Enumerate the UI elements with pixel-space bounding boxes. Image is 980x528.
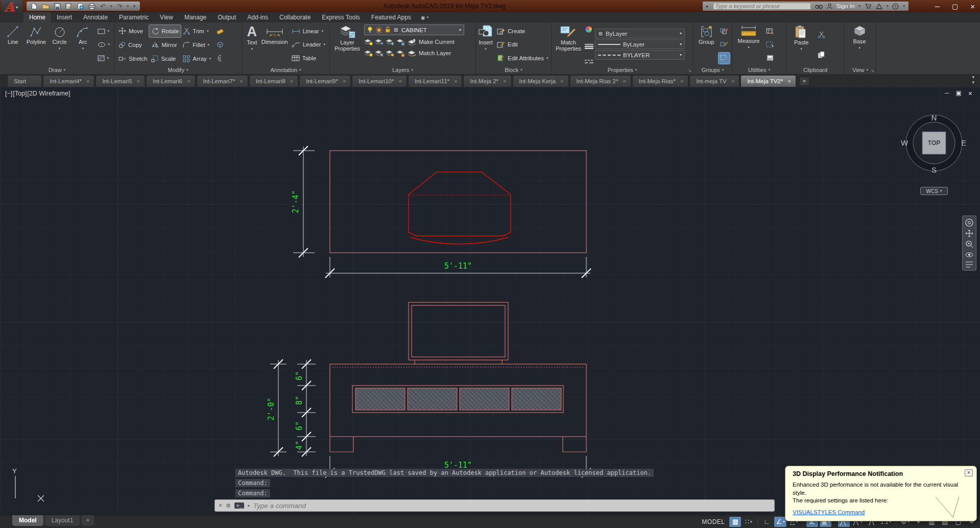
layer-isolate-icon[interactable] xyxy=(375,39,384,45)
model-space-label[interactable]: MODEL xyxy=(702,518,725,525)
hatch-button[interactable]: ▾ xyxy=(95,52,112,64)
new-file-icon[interactable] xyxy=(31,3,37,10)
panel-label-clipboard[interactable]: Clipboard xyxy=(786,65,844,74)
drawing-canvas[interactable]: 2'-4" 5'-11" xyxy=(0,87,980,515)
panel-label-properties[interactable]: Properties▾⇘ xyxy=(552,65,693,74)
pan-icon[interactable] xyxy=(965,229,974,238)
panel-label-draw[interactable]: Draw▾ xyxy=(0,65,114,74)
quick-calculator-button[interactable] xyxy=(764,53,776,64)
table-button[interactable]: Table xyxy=(290,52,327,64)
arc-button[interactable]: Arc▾ xyxy=(72,24,94,65)
file-tab[interactable]: Int-Lemari6× xyxy=(146,75,196,87)
layout1-tab[interactable]: Layout1 xyxy=(45,515,80,526)
sign-in-label[interactable]: Sign In xyxy=(836,3,855,9)
layer-properties-button[interactable]: Layer Properties xyxy=(332,24,363,65)
recent-commands-icon[interactable]: ▾ xyxy=(248,503,250,508)
insert-button[interactable]: Insert▾ xyxy=(478,24,493,65)
erase-button[interactable] xyxy=(214,26,226,37)
ortho-toggle[interactable]: ∟ xyxy=(761,517,773,527)
close-icon[interactable]: × xyxy=(86,78,89,84)
save-as-icon[interactable] xyxy=(65,3,73,10)
snap-toggle[interactable]: ∷▾ xyxy=(743,517,754,527)
copy-clip-button[interactable] xyxy=(816,49,827,60)
tab-featured-apps[interactable]: Featured Apps xyxy=(366,12,417,22)
close-icon[interactable]: × xyxy=(731,78,734,84)
linetype-icon[interactable] xyxy=(585,60,593,64)
rectangle-button[interactable]: ▾ xyxy=(95,25,112,37)
vp-restore-icon[interactable]: ▣ xyxy=(956,89,962,98)
undo-icon[interactable]: ↶ xyxy=(100,3,106,10)
stretch-button[interactable]: Stretch xyxy=(116,53,149,65)
color-wheel-icon[interactable] xyxy=(585,26,592,33)
file-tab[interactable]: Int-Lemari5× xyxy=(95,75,145,87)
tab-home[interactable]: Home xyxy=(23,12,51,22)
command-customize-icon[interactable]: ⚙ xyxy=(226,502,231,509)
viewport-menu-control[interactable]: [−] xyxy=(5,90,12,97)
panel-label-view[interactable]: View▾⇘ xyxy=(845,65,876,74)
vp-minimize-icon[interactable]: ─ xyxy=(945,89,949,98)
help-icon[interactable]: ? xyxy=(892,3,899,10)
layer-dropdown-arrow-icon[interactable]: ▾ xyxy=(459,28,461,32)
autodesk-apps-icon[interactable] xyxy=(876,4,882,9)
close-icon[interactable]: × xyxy=(454,78,457,84)
plot-icon[interactable] xyxy=(88,3,95,10)
lineweight-dropdown[interactable]: ByLayer▾ xyxy=(595,39,685,49)
tab-manage[interactable]: Manage xyxy=(179,12,212,22)
rotate-button[interactable]: Rotate xyxy=(149,25,181,37)
redo-icon[interactable]: ↷ xyxy=(116,3,122,10)
properties-dialog-launcher-icon[interactable]: ⇘ xyxy=(688,68,691,73)
scale-button[interactable]: Scale xyxy=(149,53,181,65)
close-icon[interactable]: × xyxy=(560,78,563,84)
mirror-button[interactable]: Mirror xyxy=(149,39,181,51)
match-properties-button[interactable]: Match Properties xyxy=(554,24,583,65)
file-tab[interactable]: Int-Lemari7*× xyxy=(197,75,248,87)
save-icon[interactable] xyxy=(54,3,61,10)
panel-label-modify[interactable]: Modify▾ xyxy=(114,65,242,74)
grid-toggle[interactable]: ▦ xyxy=(729,517,741,527)
tab-view[interactable]: View xyxy=(154,12,179,22)
close-icon[interactable]: × xyxy=(398,78,401,84)
restore-button[interactable]: ▢ xyxy=(952,3,958,10)
offset-button[interactable] xyxy=(214,53,226,64)
undo-dropdown-icon[interactable]: ▾ xyxy=(110,4,112,8)
file-tab[interactable]: Int-Meja 2*× xyxy=(463,75,511,87)
search-input[interactable] xyxy=(713,3,811,10)
command-line[interactable]: × ⚙ >_ ▾ xyxy=(214,499,775,512)
file-tab[interactable]: Int-meja TV× xyxy=(689,75,739,87)
close-icon[interactable]: × xyxy=(503,78,506,84)
qat-customize-icon[interactable]: ▾ xyxy=(133,4,136,9)
trim-button[interactable]: Trim▾ xyxy=(181,25,213,37)
panel-label-layers[interactable]: Layers▾ xyxy=(330,65,475,74)
new-drawing-tab-button[interactable]: + xyxy=(799,77,809,86)
base-button[interactable]: Base▾ xyxy=(847,24,872,65)
application-menu-button[interactable]: A▼ xyxy=(1,0,22,15)
close-icon[interactable]: × xyxy=(680,78,683,84)
help-dropdown-icon[interactable]: ▾ xyxy=(903,4,905,8)
layer-freeze-icon[interactable] xyxy=(386,39,394,45)
quick-select-button[interactable] xyxy=(764,26,776,37)
group-button[interactable]: Group xyxy=(696,24,717,65)
panel-label-groups[interactable]: Groups▾ xyxy=(694,65,732,74)
file-tab-active[interactable]: Int-Meja TV2*× xyxy=(740,75,796,87)
cut-button[interactable] xyxy=(816,29,827,40)
layer-on-tool-icon[interactable] xyxy=(364,50,373,57)
tab-overflow-icon[interactable]: ▾▾ xyxy=(972,75,980,85)
search-expand-icon[interactable]: ▸ xyxy=(706,4,709,9)
panel-label-block[interactable]: Block▾ xyxy=(476,65,551,74)
layer-unlock-tool-icon[interactable] xyxy=(396,50,405,57)
app-store-cart-icon[interactable] xyxy=(865,3,872,9)
file-tab[interactable]: Int-Lemari11*× xyxy=(408,75,463,87)
tab-annotate[interactable]: Annotate xyxy=(78,12,113,22)
command-input[interactable] xyxy=(253,502,771,510)
tab-express-tools[interactable]: Express Tools xyxy=(316,12,365,22)
model-tab[interactable]: Model xyxy=(12,515,43,526)
command-close-icon[interactable]: × xyxy=(219,502,222,509)
color-dropdown[interactable]: ByLayer▾ xyxy=(595,29,685,38)
create-block-button[interactable]: Create xyxy=(495,25,550,37)
file-tab[interactable]: Int-Lemari10*× xyxy=(352,75,407,87)
ellipse-button[interactable]: ▾ xyxy=(95,38,112,51)
layer-walk-icon[interactable] xyxy=(375,50,384,57)
minimize-button[interactable]: ─ xyxy=(935,3,940,10)
file-tab[interactable]: Int-Meja Rias*× xyxy=(632,75,689,87)
wcs-dropdown[interactable]: WCS▾ xyxy=(920,187,948,195)
